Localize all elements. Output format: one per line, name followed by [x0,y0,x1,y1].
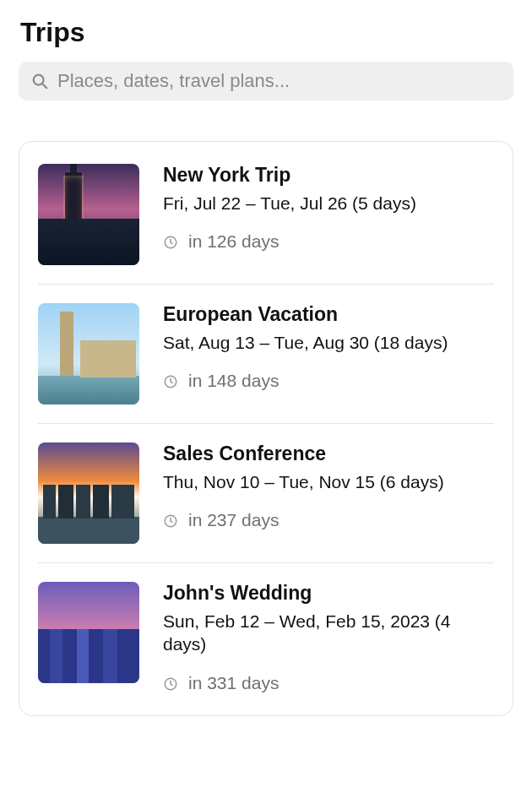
search-icon [30,72,49,90]
trip-countdown-text: in 126 days [188,231,279,252]
trip-info: European Vacation Sat, Aug 13 – Tue, Aug… [163,303,494,404]
trip-dates: Sat, Aug 13 – Tue, Aug 30 (18 days) [163,331,494,354]
search-input[interactable] [57,70,502,92]
trip-row[interactable]: John's Wedding Sun, Feb 12 – Wed, Feb 15… [19,563,513,712]
trip-countdown: in 237 days [163,510,494,530]
clock-icon [163,513,178,528]
trip-thumbnail [38,442,139,544]
trip-thumbnail [38,582,139,683]
trip-row[interactable]: New York Trip Fri, Jul 22 – Tue, Jul 26 … [19,145,513,284]
trip-thumbnail [38,164,139,265]
trip-countdown: in 148 days [163,371,494,391]
trip-dates: Fri, Jul 22 – Tue, Jul 26 (5 days) [163,192,494,214]
page-title: Trips [20,17,513,48]
clock-icon [163,676,178,691]
trips-list: New York Trip Fri, Jul 22 – Tue, Jul 26 … [19,141,513,716]
trip-title: New York Trip [163,164,494,187]
trip-thumbnail [38,303,139,404]
trip-countdown-text: in 331 days [188,673,279,693]
trip-title: Sales Conference [163,442,494,465]
trip-info: John's Wedding Sun, Feb 12 – Wed, Feb 15… [163,582,494,693]
trip-countdown: in 331 days [163,673,494,693]
svg-line-1 [43,84,47,89]
trip-info: Sales Conference Thu, Nov 10 – Tue, Nov … [163,442,494,544]
clock-icon [163,373,178,388]
trip-info: New York Trip Fri, Jul 22 – Tue, Jul 26 … [163,164,494,265]
trip-title: John's Wedding [163,582,494,605]
trip-dates: Sun, Feb 12 – Wed, Feb 15, 2023 (4 days) [163,610,494,656]
trip-title: European Vacation [163,303,494,326]
trip-dates: Thu, Nov 10 – Tue, Nov 15 (6 days) [163,470,494,493]
trip-countdown: in 126 days [163,231,494,252]
search-bar[interactable] [19,62,513,100]
trip-row[interactable]: Sales Conference Thu, Nov 10 – Tue, Nov … [19,424,513,562]
clock-icon [163,234,178,249]
trip-countdown-text: in 148 days [188,371,279,391]
svg-point-0 [34,75,44,85]
trip-countdown-text: in 237 days [188,510,279,530]
trip-row[interactable]: European Vacation Sat, Aug 13 – Tue, Aug… [19,285,513,423]
